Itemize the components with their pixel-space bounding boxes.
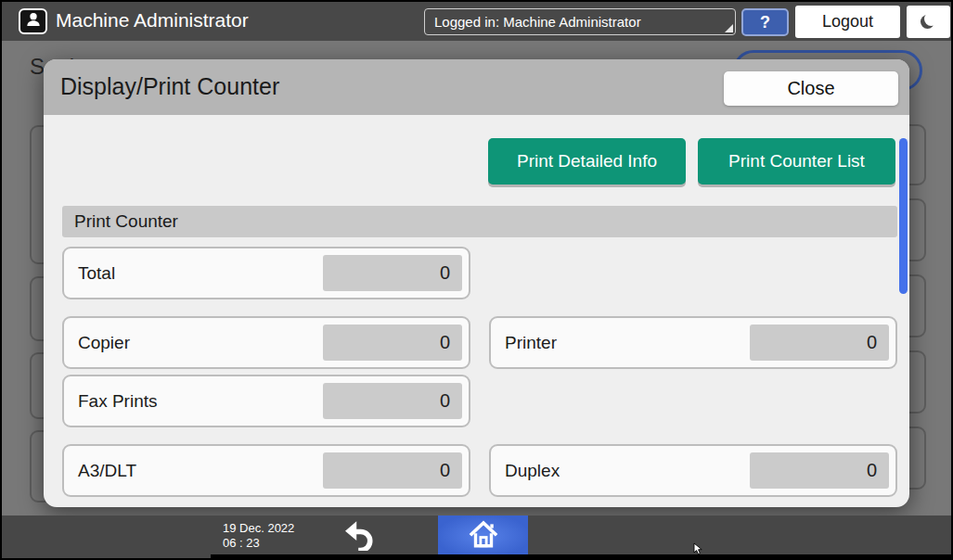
scrollbar[interactable] bbox=[899, 138, 908, 294]
counter-label: Total bbox=[78, 248, 115, 298]
counter-label: Copier bbox=[78, 318, 130, 367]
counter-value: 0 bbox=[323, 383, 462, 419]
counter-row-a3-dlt: A3/DLT 0 bbox=[62, 444, 470, 497]
logged-in-dropdown[interactable]: Logged in: Machine Administrator bbox=[424, 8, 736, 35]
counter-value: 0 bbox=[750, 452, 889, 489]
counter-row-duplex: Duplex 0 bbox=[489, 444, 897, 497]
date-label: 19 Dec. 2022 bbox=[223, 521, 294, 536]
top-bar: Machine Administrator Logged in: Machine… bbox=[2, 2, 951, 41]
time-label: 06 : 23 bbox=[223, 536, 294, 551]
print-counter-section-header: Print Counter bbox=[62, 206, 897, 237]
help-button[interactable]: ? bbox=[741, 8, 789, 36]
energy-saver-button[interactable] bbox=[907, 6, 950, 38]
print-counter-list-button[interactable]: Print Counter List bbox=[698, 138, 895, 185]
back-arrow-icon bbox=[341, 519, 377, 554]
user-icon bbox=[24, 10, 43, 32]
counter-label: Printer bbox=[505, 318, 557, 367]
logout-button[interactable]: Logout bbox=[795, 6, 900, 38]
home-icon bbox=[468, 519, 499, 553]
back-button[interactable] bbox=[331, 518, 387, 555]
mouse-cursor bbox=[693, 542, 704, 559]
counter-row-copier: Copier 0 bbox=[62, 316, 470, 369]
bottom-bezel bbox=[211, 554, 953, 558]
counter-row-printer: Printer 0 bbox=[489, 316, 897, 369]
counter-value: 0 bbox=[323, 255, 462, 291]
dialog-header: Display/Print Counter Close bbox=[44, 59, 909, 115]
counter-row-total: Total 0 bbox=[62, 247, 470, 299]
counter-label: A3/DLT bbox=[78, 446, 136, 495]
machine-touchscreen: Settings Machine Administrator Logged in… bbox=[0, 0, 953, 560]
counter-value: 0 bbox=[323, 325, 462, 361]
counter-value: 0 bbox=[323, 452, 462, 489]
page-title: Machine Administrator bbox=[56, 2, 249, 41]
counter-value: 0 bbox=[750, 325, 889, 361]
close-button[interactable]: Close bbox=[724, 71, 898, 106]
dialog-title: Display/Print Counter bbox=[60, 59, 279, 115]
user-button[interactable] bbox=[19, 8, 47, 34]
logged-in-label: Logged in: Machine Administrator bbox=[434, 14, 641, 30]
datetime-display: 19 Dec. 2022 06 : 23 bbox=[223, 521, 294, 551]
counter-label: Duplex bbox=[505, 446, 560, 495]
counter-row-fax-prints: Fax Prints 0 bbox=[62, 375, 470, 427]
bottom-bar: 19 Dec. 2022 06 : 23 bbox=[2, 515, 951, 558]
counter-label: Fax Prints bbox=[78, 376, 158, 426]
dropdown-corner-icon bbox=[725, 24, 733, 32]
display-print-counter-dialog: Display/Print Counter Close Print Detail… bbox=[44, 59, 909, 507]
help-label: ? bbox=[760, 13, 770, 32]
moon-icon bbox=[924, 12, 938, 26]
home-button[interactable] bbox=[438, 515, 528, 556]
print-detailed-info-button[interactable]: Print Detailed Info bbox=[488, 138, 686, 185]
